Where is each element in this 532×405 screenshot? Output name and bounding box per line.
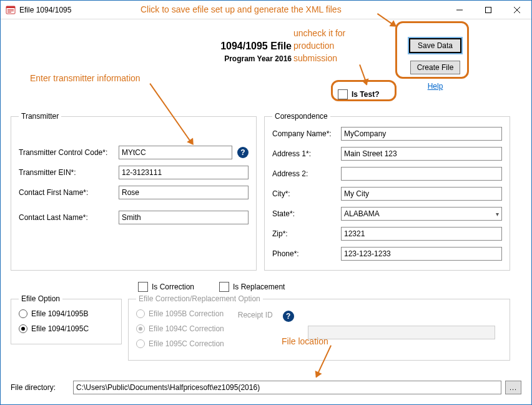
form-header: 1094/1095 Efile Program Year 2016 bbox=[1, 41, 292, 63]
app-icon bbox=[6, 5, 16, 15]
maximize-button[interactable] bbox=[474, 1, 503, 19]
corr-1094c-label: Efile 1094C Correction bbox=[149, 324, 224, 333]
save-data-button[interactable]: Save Data bbox=[409, 38, 461, 53]
svg-rect-1 bbox=[6, 6, 15, 8]
tcc-input[interactable] bbox=[119, 146, 232, 159]
window-title: Efile 1094/1095 bbox=[19, 6, 71, 14]
app-window: Efile 1094/1095 1094/1095 Efile Program … bbox=[0, 0, 532, 405]
efile-c-label: Efile 1094/1095C bbox=[31, 324, 89, 333]
phone-input[interactable] bbox=[341, 247, 502, 261]
content-area: 1094/1095 Efile Program Year 2016 Save D… bbox=[1, 19, 531, 404]
correction-option-legend: Efile Correction/Replacement Option bbox=[136, 294, 263, 303]
ein-input[interactable] bbox=[119, 166, 249, 179]
svg-rect-4 bbox=[7, 12, 11, 12]
efile-b-radio[interactable] bbox=[19, 309, 27, 318]
corr-1095c-radio bbox=[136, 339, 145, 348]
chevron-down-icon: ▾ bbox=[496, 211, 499, 218]
close-button[interactable] bbox=[503, 1, 531, 19]
flags-row: Is Correction Is Replacement bbox=[138, 282, 285, 292]
ein-label: Transmitter EIN*: bbox=[19, 168, 119, 177]
correspondence-legend: Corespondence bbox=[272, 112, 330, 121]
svg-rect-6 bbox=[486, 7, 491, 12]
last-name-label: Contact Last Name*: bbox=[19, 213, 119, 222]
help-link[interactable]: Help bbox=[428, 82, 443, 91]
create-file-button[interactable]: Create File bbox=[410, 61, 460, 74]
tcc-label: Transmitter Control Code*: bbox=[19, 148, 119, 157]
first-name-input[interactable] bbox=[119, 186, 249, 199]
is-test-checkbox[interactable] bbox=[338, 89, 348, 99]
correction-option-group: Efile Correction/Replacement Option Efil… bbox=[128, 294, 510, 361]
corr-1094c-radio bbox=[136, 324, 145, 333]
form-title: 1094/1095 Efile bbox=[1, 41, 292, 52]
file-directory-label: File directory: bbox=[11, 383, 73, 392]
efile-option-legend: Efile Option bbox=[19, 294, 62, 303]
is-correction-row: Is Correction bbox=[138, 282, 194, 292]
correspondence-group: Corespondence Company Name*: Address 1*:… bbox=[264, 112, 510, 271]
company-input[interactable] bbox=[341, 127, 502, 141]
last-name-input[interactable] bbox=[119, 211, 249, 224]
svg-rect-2 bbox=[7, 9, 14, 10]
is-correction-checkbox[interactable] bbox=[138, 282, 148, 292]
is-test-label: Is Test? bbox=[352, 90, 379, 99]
receipt-help-icon[interactable]: ? bbox=[283, 311, 294, 322]
minimize-button[interactable] bbox=[445, 1, 474, 19]
is-replacement-checkbox[interactable] bbox=[219, 282, 229, 292]
efile-option-group: Efile Option Efile 1094/1095B Efile 1094… bbox=[11, 294, 122, 344]
action-buttons: Save Data Create File Help bbox=[409, 38, 461, 91]
corr-1095b-radio bbox=[136, 309, 145, 318]
first-name-label: Contact First Name*: bbox=[19, 188, 119, 197]
is-replacement-label: Is Replacement bbox=[233, 282, 285, 291]
transmitter-legend: Transmitter bbox=[19, 112, 61, 121]
titlebar: Efile 1094/1095 bbox=[1, 1, 531, 19]
file-directory-input[interactable] bbox=[73, 381, 501, 394]
is-test-row: Is Test? bbox=[338, 89, 379, 99]
addr1-label: Address 1*: bbox=[272, 149, 341, 158]
addr2-input[interactable] bbox=[341, 167, 502, 181]
receipt-id-label: Receipt ID bbox=[238, 311, 273, 319]
efile-c-radio[interactable] bbox=[19, 324, 27, 333]
program-year: Program Year 2016 bbox=[1, 54, 292, 63]
transmitter-group: Transmitter Transmitter Control Code*: ?… bbox=[11, 112, 257, 271]
addr1-input[interactable] bbox=[341, 147, 502, 161]
zip-label: Zip*: bbox=[272, 229, 341, 238]
city-label: City*: bbox=[272, 189, 341, 198]
is-replacement-row: Is Replacement bbox=[219, 282, 285, 292]
state-label: State*: bbox=[272, 209, 341, 218]
company-label: Company Name*: bbox=[272, 129, 341, 138]
file-directory-row: File directory: ... bbox=[11, 381, 521, 394]
browse-button[interactable]: ... bbox=[505, 381, 521, 394]
receipt-id-input bbox=[308, 326, 495, 339]
phone-label: Phone*: bbox=[272, 249, 341, 258]
svg-rect-3 bbox=[7, 11, 14, 11]
city-input[interactable] bbox=[341, 187, 502, 201]
zip-input[interactable] bbox=[341, 227, 502, 241]
is-correction-label: Is Correction bbox=[152, 282, 194, 291]
efile-b-label: Efile 1094/1095B bbox=[31, 309, 88, 318]
state-value: ALABAMA bbox=[344, 209, 380, 218]
addr2-label: Address 2: bbox=[272, 169, 341, 178]
tcc-help-icon[interactable]: ? bbox=[237, 147, 249, 158]
corr-1095c-label: Efile 1095C Correction bbox=[149, 339, 224, 348]
state-select[interactable]: ALABAMA ▾ bbox=[341, 207, 502, 221]
corr-1095b-label: Efile 1095B Correction bbox=[149, 309, 224, 318]
